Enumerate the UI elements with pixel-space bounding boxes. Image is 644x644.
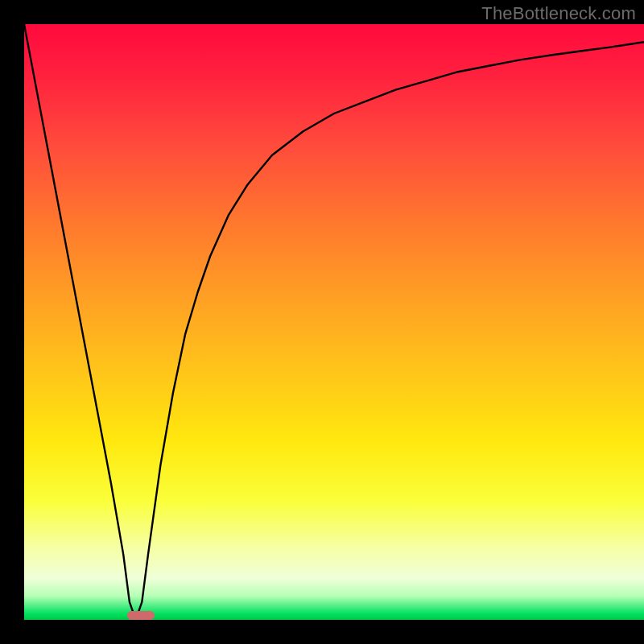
bottleneck-curve xyxy=(24,24,644,620)
watermark-text: TheBottleneck.com xyxy=(481,3,636,24)
optimal-marker xyxy=(127,611,155,620)
plot-area xyxy=(24,24,644,620)
chart-frame: TheBottleneck.com xyxy=(0,0,644,644)
